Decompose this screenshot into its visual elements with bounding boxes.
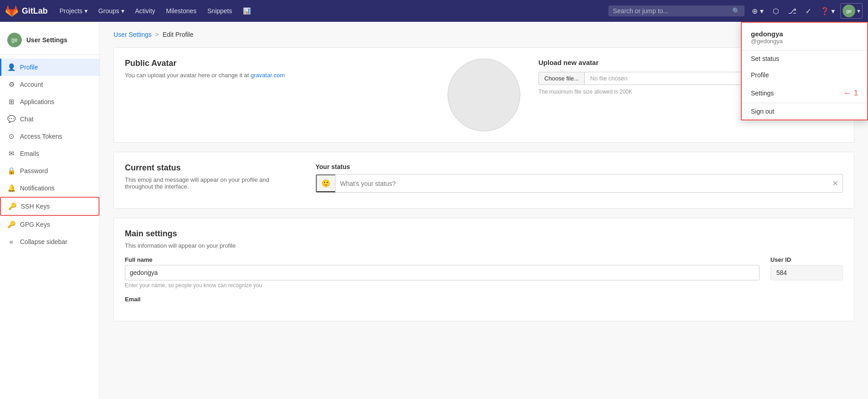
navbar-nav: Projects ▾ Groups ▾ Activity Milestones …	[55, 5, 605, 17]
choose-file-button[interactable]: Choose file...	[538, 72, 585, 85]
dropdown-profile[interactable]: Profile	[742, 67, 867, 83]
nav-activity[interactable]: Activity	[131, 5, 160, 17]
bell-icon: 🔔	[7, 184, 15, 192]
settings-arrow-annotation: ← 1	[843, 88, 858, 98]
status-layout: Current status This emoji and message wi…	[125, 163, 843, 197]
todo-icon: ✓	[805, 7, 811, 15]
navbar-brand-text: GitLab	[22, 6, 48, 16]
main-settings-desc: This information will appear on your pro…	[125, 242, 843, 249]
ssh-key-icon: 🔑	[8, 202, 16, 210]
user-id-label: User ID	[770, 256, 843, 263]
full-name-hint: Enter your name, so people you know can …	[125, 282, 760, 289]
sidebar-item-emails[interactable]: ✉ Emails	[0, 145, 99, 162]
status-desc: This emoji and message will appear on yo…	[125, 176, 297, 190]
email-icon: ✉	[7, 150, 15, 158]
applications-icon: ⊞	[7, 98, 15, 106]
account-icon: ⚙	[7, 80, 15, 89]
current-status-section: Current status This emoji and message wi…	[113, 152, 854, 209]
main-settings-section: Main settings This information will appe…	[113, 218, 854, 321]
gpg-key-icon: 🔑	[7, 220, 15, 229]
breadcrumb-current: Edit Profile	[163, 31, 193, 38]
breadcrumb-parent[interactable]: User Settings	[113, 31, 152, 38]
user-id-group: User ID 584	[770, 256, 843, 280]
help-button[interactable]: ❓ ▾	[817, 4, 838, 18]
user-avatar: ge	[843, 5, 855, 17]
dropdown-set-status[interactable]: Set status	[742, 50, 867, 67]
search-bar[interactable]: 🔍	[608, 5, 745, 16]
dropdown-username: gedongya	[751, 30, 858, 38]
sidebar-item-password[interactable]: 🔒 Password	[0, 162, 99, 180]
chevron-down-icon: ▾	[857, 7, 860, 15]
nav-projects[interactable]: Projects ▾	[55, 5, 92, 17]
token-icon: ⊙	[7, 132, 15, 140]
main-settings-title: Main settings	[125, 229, 843, 239]
status-title: Current status	[125, 163, 297, 173]
plus-button[interactable]: ⊕ ▾	[748, 4, 767, 18]
sidebar-item-chat[interactable]: 💬 Chat	[0, 110, 99, 128]
issues-button[interactable]: ⬡	[769, 4, 783, 18]
collapse-icon: «	[7, 238, 15, 245]
chevron-down-icon: ▾	[121, 7, 124, 15]
sidebar-item-account[interactable]: ⚙ Account	[0, 76, 99, 93]
settings-form-right: User ID 584	[770, 256, 843, 288]
your-status-label: Your status	[316, 163, 843, 170]
settings-form-left: Full name Enter your name, so people you…	[125, 256, 760, 310]
breadcrumb-separator: >	[155, 31, 159, 38]
avatar-layout: Public Avatar You can upload your avatar…	[125, 59, 843, 131]
user-dropdown-menu: gedongya @gedongya Set status Profile Se…	[741, 22, 868, 120]
chart-icon: 📊	[243, 7, 251, 15]
nav-chart[interactable]: 📊	[238, 5, 255, 17]
nav-snippets[interactable]: Snippets	[203, 5, 237, 17]
status-text-input[interactable]	[335, 176, 828, 191]
main-layout: ge User Settings 👤 Profile ⚙ Account ⊞ A…	[0, 22, 868, 399]
sidebar-title: User Settings	[26, 36, 67, 44]
avatar-desc: You can upload your avatar here or chang…	[125, 72, 429, 79]
chevron-down-icon: ▾	[84, 7, 88, 15]
status-input-container: 🙂 ✕	[316, 174, 843, 193]
nav-groups[interactable]: Groups ▾	[94, 5, 129, 17]
gitlab-logo-icon	[5, 5, 18, 17]
avatar-info: Public Avatar You can upload your avatar…	[125, 59, 429, 86]
dropdown-user-info: gedongya @gedongya	[742, 23, 867, 50]
chat-icon: 💬	[7, 115, 15, 123]
avatar-title: Public Avatar	[125, 59, 429, 68]
sidebar-header: ge User Settings	[0, 29, 99, 55]
merge-requests-button[interactable]: ⎇	[784, 4, 800, 18]
todo-button[interactable]: ✓	[802, 4, 815, 18]
emoji-button[interactable]: 🙂	[316, 175, 335, 192]
gravatar-link[interactable]: gravatar.com	[251, 72, 285, 79]
user-menu-button[interactable]: ge ▾	[840, 3, 863, 19]
sidebar-item-gpg-keys[interactable]: 🔑 GPG Keys	[0, 216, 99, 233]
question-icon: ❓	[820, 7, 829, 15]
plus-icon: ⊕	[752, 7, 758, 15]
user-id-value: 584	[770, 265, 843, 280]
clear-status-button[interactable]: ✕	[828, 175, 843, 191]
nav-milestones[interactable]: Milestones	[162, 5, 201, 17]
main-settings-form: Full name Enter your name, so people you…	[125, 256, 843, 310]
sidebar-item-access-tokens[interactable]: ⊙ Access Tokens	[0, 128, 99, 145]
issues-icon: ⬡	[773, 7, 779, 15]
chevron-down-icon: ▾	[831, 7, 835, 15]
status-info: Current status This emoji and message wi…	[125, 163, 297, 197]
user-icon: 👤	[7, 63, 15, 71]
full-name-group: Full name Enter your name, so people you…	[125, 256, 760, 289]
sidebar-item-collapse[interactable]: « Collapse sidebar	[0, 233, 99, 250]
sidebar-item-ssh-keys[interactable]: 🔑 SSH Keys ← 2	[0, 197, 99, 216]
sidebar-item-notifications[interactable]: 🔔 Notifications	[0, 180, 99, 197]
sidebar: ge User Settings 👤 Profile ⚙ Account ⊞ A…	[0, 22, 100, 399]
search-input[interactable]	[613, 7, 729, 15]
chevron-down-icon: ▾	[760, 7, 764, 15]
email-group: Email	[125, 296, 760, 303]
email-label: Email	[125, 296, 760, 303]
sidebar-item-profile[interactable]: 👤 Profile	[0, 59, 99, 76]
avatar-middle	[448, 59, 520, 131]
full-name-label: Full name	[125, 256, 760, 263]
dropdown-settings[interactable]: Settings ← 1	[742, 83, 867, 103]
dropdown-sign-out[interactable]: Sign out	[742, 103, 867, 120]
avatar-image	[448, 59, 520, 131]
navbar-brand[interactable]: GitLab	[5, 5, 48, 17]
sidebar-item-applications[interactable]: ⊞ Applications	[0, 93, 99, 110]
status-input-area: Your status 🙂 ✕	[316, 163, 843, 197]
full-name-input[interactable]	[125, 265, 760, 280]
sidebar-avatar: ge	[7, 33, 22, 47]
